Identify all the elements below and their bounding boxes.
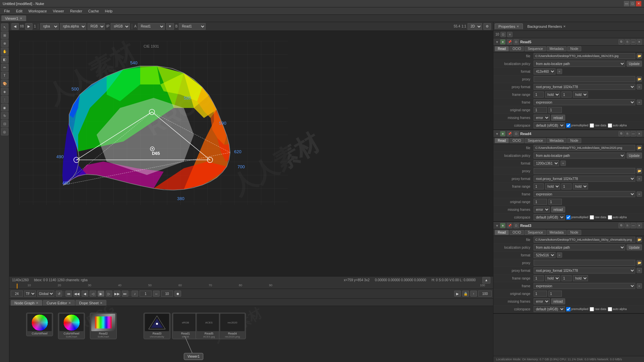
input-b-select[interactable]: Read1: [179, 23, 206, 30]
prev-btn[interactable]: ◀: [82, 291, 88, 297]
props-read3-proxy-browse[interactable]: 📂: [637, 260, 642, 265]
props-read4-premult-check[interactable]: [566, 215, 571, 220]
menu-file[interactable]: File: [1, 8, 13, 14]
viewer1-node[interactable]: Viewer1: [184, 353, 203, 360]
props-read5-proxy-browse[interactable]: 📂: [637, 76, 642, 82]
tab-node-graph[interactable]: Node Graph ✕: [11, 300, 42, 306]
audio-btn[interactable]: ♪: [131, 291, 138, 297]
props-read3-framerange-mode1[interactable]: hold: [545, 275, 560, 281]
props-read3-proxyfmt-eq[interactable]: =: [637, 268, 642, 273]
tab-dope-sheet-close[interactable]: ✕: [100, 301, 103, 305]
props-read4-tab-metadata[interactable]: Metadata: [547, 138, 567, 143]
props-read5-tab-node[interactable]: Node: [567, 46, 581, 51]
props-sort-btn[interactable]: ≡: [507, 32, 513, 37]
props-read4-copy-btn[interactable]: ⧉: [619, 131, 624, 136]
props-read3-reload-btn[interactable]: reload: [551, 298, 565, 304]
close-button[interactable]: ✕: [636, 1, 641, 6]
input-a-select[interactable]: Read1: [138, 23, 165, 30]
props-read4-collapse[interactable]: ▼: [495, 132, 499, 135]
props-read3-frame-eq[interactable]: =: [637, 283, 642, 289]
props-read4-update-btn[interactable]: Update: [627, 153, 642, 159]
props-read5-premult-check[interactable]: [566, 123, 571, 128]
props-read3-rawdata-check[interactable]: [590, 307, 594, 311]
props-read3-paste-btn[interactable]: ⎘: [625, 223, 630, 228]
props-read3-premult-check[interactable]: [566, 307, 571, 311]
props-read4-proxyfmt-select[interactable]: root.proxy_format 1024x778: [534, 176, 635, 182]
props-read3-tab-metadata[interactable]: Metadata: [547, 230, 567, 235]
channel-select[interactable]: rgbargbalpha: [40, 23, 59, 30]
props-read4-format-eq[interactable]: =: [560, 161, 566, 166]
props-read4-paste-btn[interactable]: ⎘: [625, 131, 630, 136]
props-read4-framerange-mode2[interactable]: hold: [573, 183, 588, 189]
props-read5-collapse[interactable]: ▼: [495, 40, 499, 44]
skip-start-btn[interactable]: ⏮: [65, 291, 72, 297]
props-read5-rawdata-check[interactable]: [590, 123, 594, 128]
loop-btn[interactable]: ↺: [56, 291, 62, 297]
viewer-canvas[interactable]: 人人素材 RRCG 人人素材: [9, 31, 493, 276]
props-read4-frame-eq[interactable]: =: [637, 191, 642, 197]
props-read4-rawdata-check[interactable]: [590, 215, 594, 220]
props-read4-file-browse[interactable]: 📂: [637, 145, 642, 150]
props-read5-file-browse[interactable]: 📂: [637, 53, 642, 59]
props-read5-locpolicy-select[interactable]: from auto-localize path: [534, 61, 625, 67]
props-read3-file-input[interactable]: [534, 237, 635, 243]
menu-workspace[interactable]: Workspace: [26, 8, 50, 14]
props-read4-tab-node[interactable]: Node: [567, 138, 581, 143]
frame-out-input[interactable]: [478, 291, 492, 297]
props-read5-autoalpha-check[interactable]: [608, 123, 612, 128]
props-read3-origrange-in[interactable]: [534, 291, 547, 297]
tab-curve-editor-close[interactable]: ✕: [68, 301, 71, 305]
node-colorwheel2[interactable]: ColorWheel SoftChart: [58, 313, 85, 339]
toolbar-arrow[interactable]: ↖: [1, 23, 8, 31]
props-read3-missing-select[interactable]: error: [534, 298, 550, 304]
props-read3-tab-node[interactable]: Node: [567, 230, 581, 235]
menu-help[interactable]: Help: [102, 8, 115, 14]
props-read4-reload-btn[interactable]: reload: [551, 206, 565, 213]
props-read5-origrange-out[interactable]: [548, 107, 562, 113]
props-read5-format-eq[interactable]: =: [557, 69, 562, 74]
props-read4-pin-btn[interactable]: 📌: [507, 131, 512, 136]
props-read5-copy-btn[interactable]: ⧉: [619, 39, 624, 45]
frame-number-input[interactable]: [11, 291, 23, 297]
rpanel-bg-renders-close[interactable]: ✕: [563, 25, 566, 28]
props-read3-colorspace-select[interactable]: default (sRGB): [534, 306, 565, 312]
view-select[interactable]: GlobalLocal: [37, 291, 54, 297]
props-read4-proxy-input[interactable]: [534, 168, 635, 174]
props-read5-framerange-mode2[interactable]: holdloop: [573, 92, 588, 98]
next-frame-btn[interactable]: ▶▶: [114, 291, 120, 297]
props-read5-proxy-input[interactable]: [534, 76, 635, 82]
props-read3-color-btn[interactable]: ■: [500, 223, 505, 228]
toolbar-rotate[interactable]: ↻: [1, 112, 8, 119]
props-read5-format-select[interactable]: 413x460: [534, 68, 555, 74]
props-read4-tab-read[interactable]: Read: [495, 138, 509, 143]
props-read4-proxy-browse[interactable]: 📂: [637, 168, 642, 174]
play-btn[interactable]: ▶: [98, 291, 104, 297]
toolbar-lens[interactable]: ◎: [1, 128, 8, 135]
node-graph-canvas[interactable]: RRCG 人人素材 ColorWheel ColorWheel SoftChar…: [9, 306, 493, 362]
props-read4-missing-select[interactable]: error: [534, 206, 550, 213]
props-read3-locpolicy-select[interactable]: from auto-localize path: [534, 244, 625, 250]
viewer-nav-back[interactable]: ◀: [11, 23, 19, 30]
playhead[interactable]: [17, 284, 17, 289]
rev-play-btn[interactable]: ◁: [90, 291, 96, 297]
next-btn[interactable]: ▷: [106, 291, 112, 297]
props-read3-framerange-in[interactable]: [534, 275, 544, 281]
props-read5-framerange-in[interactable]: [534, 92, 544, 98]
props-read3-frame-select[interactable]: expression: [534, 283, 635, 289]
viewer1-tab-close[interactable]: ✕: [20, 17, 22, 20]
props-read3-origrange-out[interactable]: [548, 291, 562, 297]
props-read4-color-btn[interactable]: ■: [500, 131, 505, 136]
props-read5-close-btn[interactable]: ✕: [637, 39, 642, 45]
props-read4-colorspace-select[interactable]: default (sRGB): [534, 214, 565, 220]
node-read3[interactable]: Read3 chromaticity: [144, 313, 170, 339]
props-read4-locpolicy-select[interactable]: from auto-localize path: [534, 153, 625, 159]
props-fit-btn[interactable]: ⊡: [500, 32, 506, 37]
node-read5[interactable]: ACES Read5 ACES.jpg: [196, 313, 222, 339]
props-read4-format-select[interactable]: 1200x1361: [534, 160, 559, 166]
props-read3-snap-btn[interactable]: ⊡: [514, 223, 519, 228]
props-read4-file-input[interactable]: [534, 145, 635, 151]
fps-select[interactable]: TF242530: [24, 291, 36, 297]
props-read4-tab-ocio[interactable]: OCIO: [509, 138, 524, 143]
viewer-nav-fwd[interactable]: ▶: [25, 23, 33, 30]
tl-play-all[interactable]: ▶: [454, 291, 461, 297]
